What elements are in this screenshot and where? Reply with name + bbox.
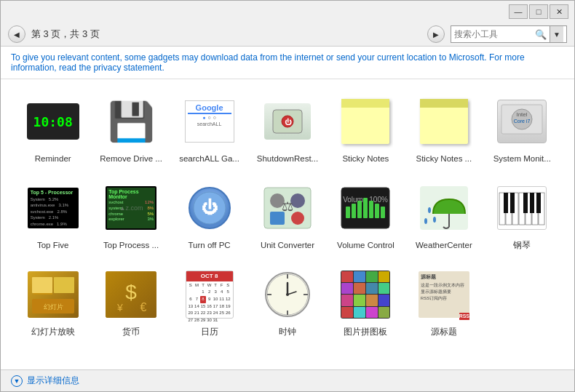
search-icon-button[interactable]: 🔍 <box>535 29 547 40</box>
gadget-currency[interactable]: $ € ¥ 货币 <box>93 263 168 342</box>
gadget-icon-reminder: 10:08 <box>25 94 81 149</box>
currency-icon-img: $ € ¥ <box>106 271 156 318</box>
gadget-icon-clock <box>260 267 315 322</box>
gadget-icon-source: 源标题 这是一段示例文本内容 显示源标题摘要 RSS订阅内容 RSS <box>416 267 472 322</box>
svg-text:Intel: Intel <box>517 111 528 118</box>
close-button[interactable]: ✕ <box>550 4 568 19</box>
search-box: 🔍 ▼ <box>451 25 567 43</box>
maximize-button[interactable]: □ <box>529 4 548 19</box>
gadget-label-remove-drive: Remove Drive ... <box>100 153 162 164</box>
gadget-label-source: 源标题 <box>431 327 457 337</box>
gadget-icon-turnoff: ⏻ <box>182 180 237 236</box>
next-button[interactable]: ▶ <box>427 25 445 43</box>
search-dropdown[interactable]: ▼ <box>550 26 563 42</box>
gadget-top-five[interactable]: Top 5 - Processor System 5.2% antivirus.… <box>15 176 90 255</box>
gadget-label-shutdownrest: ShutdownRest... <box>257 153 318 164</box>
svg-text:幻灯片: 幻灯片 <box>43 303 63 311</box>
calendar-icon-img: OCT 8 SMTWTFS 12345 6789101112 131415161… <box>186 271 234 319</box>
svg-rect-39 <box>510 193 515 213</box>
svg-text:€: € <box>140 301 147 313</box>
gadget-piano[interactable]: 钢琴 <box>485 176 560 255</box>
gadget-reminder[interactable]: 10:08 Reminder <box>15 89 90 169</box>
prev-button[interactable]: ◀ <box>8 25 25 43</box>
svg-point-61 <box>286 293 289 296</box>
gadget-volume[interactable]: Volume 100% Volume Control <box>328 176 403 255</box>
svg-rect-42 <box>536 193 541 213</box>
svg-rect-23 <box>375 204 379 218</box>
unit-converter-icon-img: ⚖ <box>263 186 312 230</box>
gadget-icon-puzzle <box>338 267 393 322</box>
turnoff-icon-img: ⏻ <box>185 183 234 233</box>
privacy-notice: To give you relevant content, some gadge… <box>1 47 574 79</box>
gadget-slideshow[interactable]: 幻灯片 幻灯片放映 <box>15 263 90 342</box>
gadget-label-calendar: 日历 <box>201 327 218 337</box>
gadget-grid: 10:08 Reminder 💾 Remove Drive ... Google… <box>15 89 560 342</box>
top-five-icon-img: Top 5 - Processor System 5.2% antivirus.… <box>28 188 79 228</box>
svg-text:Core i7: Core i7 <box>514 119 531 124</box>
gadget-clock[interactable]: 时钟 <box>250 263 325 342</box>
svg-rect-21 <box>363 198 368 218</box>
svg-rect-45 <box>33 293 52 295</box>
gadget-icon-sticky-notes <box>338 94 393 149</box>
search-input[interactable] <box>454 29 532 39</box>
gadget-searchall[interactable]: Google ●○○ searchALL searchALL Ga... <box>172 89 247 169</box>
gadget-label-reminder: Reminder <box>35 153 71 164</box>
gadget-icon-weather <box>416 180 472 236</box>
svg-text:⚖: ⚖ <box>282 199 293 214</box>
gadget-top-process[interactable]: Top Process Monitor svchost12% system8% … <box>93 176 168 255</box>
svg-rect-24 <box>381 207 385 218</box>
puzzle-icon-img <box>341 271 390 319</box>
gadget-system-monitor[interactable]: Intel Core i7 System Monit... <box>485 89 560 169</box>
svg-text:¥: ¥ <box>116 302 123 313</box>
gadget-calendar[interactable]: OCT 8 SMTWTFS 12345 6789101112 131415161… <box>172 263 247 342</box>
shutdownrest-icon-img: ⏻ <box>264 103 311 140</box>
gadget-sticky-notes2[interactable]: Sticky Notes ... <box>406 89 481 169</box>
gadget-remove-drive[interactable]: 💾 Remove Drive ... <box>93 89 168 169</box>
svg-text:⏻: ⏻ <box>202 198 218 217</box>
gadget-label-system-monitor: System Monit... <box>493 153 551 164</box>
gadget-label-currency: 货币 <box>122 327 140 337</box>
page-info: 第 3 页，共 3 页 <box>31 28 421 41</box>
content-area: 10:08 Reminder 💾 Remove Drive ... Google… <box>1 79 574 369</box>
remove-drive-icon-img: 💾 <box>108 100 155 144</box>
gadget-icon-slideshow: 幻灯片 <box>25 267 81 322</box>
gadget-icon-sticky-notes2 <box>416 94 472 149</box>
gadget-sticky-notes[interactable]: Sticky Notes <box>328 89 403 169</box>
svg-rect-20 <box>357 201 362 218</box>
gadget-label-turnoff: Turn off PC <box>188 240 230 251</box>
svg-point-29 <box>424 218 427 224</box>
minimize-button[interactable]: — <box>509 4 528 19</box>
svg-rect-19 <box>352 204 356 218</box>
svg-rect-40 <box>523 193 528 213</box>
gadget-shutdownrest[interactable]: ⏻ ShutdownRest... <box>250 89 325 169</box>
gadget-unit-converter[interactable]: ⚖ Unit Converter <box>250 176 325 255</box>
system-monitor-icon-img: Intel Core i7 <box>497 100 547 143</box>
gadget-source[interactable]: 源标题 这是一段示例文本内容 显示源标题摘要 RSS订阅内容 RSS 源标题 <box>406 263 481 342</box>
gadget-weather[interactable]: WeatherCenter <box>406 176 481 255</box>
svg-rect-38 <box>504 193 508 213</box>
footer[interactable]: ▼ 显示详细信息 <box>1 369 574 391</box>
slideshow-icon-img: 幻灯片 <box>28 271 79 318</box>
toolbar: ◀ 第 3 页，共 3 页 ▶ 🔍 ▼ <box>1 23 574 47</box>
gadget-icon-top-process: Top Process Monitor svchost12% system8% … <box>103 180 159 236</box>
gadget-label-weather: WeatherCenter <box>416 240 472 251</box>
piano-icon-img <box>497 186 547 230</box>
footer-icon: ▼ <box>11 375 23 387</box>
gadget-icon-shutdownrest: ⏻ <box>260 94 315 149</box>
gadget-puzzle[interactable]: 图片拼图板 <box>328 263 403 342</box>
searchall-icon-img: Google ●○○ searchALL <box>185 100 234 143</box>
gadget-icon-system-monitor: Intel Core i7 <box>494 94 550 149</box>
gadget-icon-piano <box>494 180 550 236</box>
gadget-icon-remove-drive: 💾 <box>103 94 159 149</box>
top-process-icon-img: Top Process Monitor svchost12% system8% … <box>106 186 156 230</box>
svg-rect-18 <box>346 207 350 218</box>
gadget-turnoff[interactable]: ⏻ Turn off PC <box>172 176 247 255</box>
gadget-icon-currency: $ € ¥ <box>103 267 159 322</box>
weather-icon-img <box>419 185 469 231</box>
svg-point-27 <box>428 207 431 213</box>
reminder-icon-img: 10:08 <box>27 103 79 140</box>
gadget-icon-unit-converter: ⚖ <box>260 180 315 236</box>
gadget-icon-searchall: Google ●○○ searchALL <box>182 94 237 149</box>
footer-label: 显示详细信息 <box>27 375 79 387</box>
sticky-notes-icon-img <box>341 99 389 144</box>
